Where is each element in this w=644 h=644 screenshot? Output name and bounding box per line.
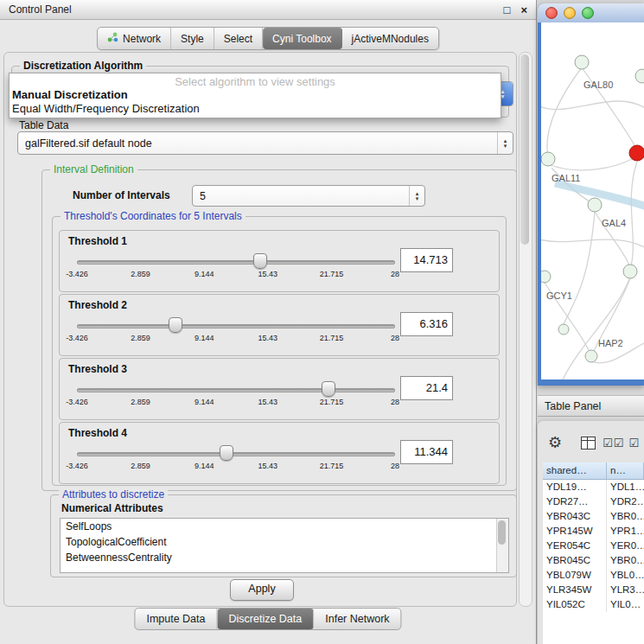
dropdown-item-equal-width-frequency[interactable]: Equal Width/Frequency Discretization bbox=[10, 102, 501, 116]
node-gal80[interactable] bbox=[575, 55, 589, 69]
cell[interactable]: YBR043C bbox=[543, 509, 607, 524]
number-of-intervals-combobox[interactable]: 5 ▴ ▾ bbox=[192, 185, 425, 207]
column-header-name[interactable]: n… bbox=[607, 462, 644, 479]
tab-style[interactable]: Style bbox=[171, 28, 214, 49]
table-row[interactable]: YDR27…YDR2… bbox=[543, 494, 644, 509]
node-selected-red[interactable] bbox=[629, 145, 644, 161]
scrollbar-thumb[interactable] bbox=[520, 54, 529, 245]
float-window-icon[interactable]: □ bbox=[504, 4, 511, 16]
slider-track[interactable] bbox=[77, 324, 395, 328]
node-gal11[interactable] bbox=[541, 152, 555, 166]
cell[interactable]: YBL0… bbox=[607, 568, 644, 583]
apply-button[interactable]: Apply bbox=[230, 579, 294, 601]
tab-jactivemodules[interactable]: jActiveMNodules bbox=[342, 28, 438, 49]
cell[interactable]: YDL19… bbox=[543, 480, 607, 494]
slider-track[interactable] bbox=[77, 452, 395, 456]
scale-tick: 28 bbox=[391, 334, 399, 342]
cell[interactable]: YER054C bbox=[543, 539, 607, 553]
threshold-1-value-field[interactable]: 14.713 bbox=[400, 248, 453, 272]
table-row[interactable]: YBL079WYBL0… bbox=[543, 568, 644, 583]
threshold-4-value-field[interactable]: 11.344 bbox=[400, 440, 453, 464]
slider-scale: -3.426 2.859 9.144 15.43 21.715 28 bbox=[77, 334, 395, 344]
numerical-attributes-list[interactable]: SelfLoops TopologicalCoefficient Between… bbox=[60, 518, 509, 573]
cell[interactable]: YLR345W bbox=[543, 583, 607, 597]
node-gal4[interactable] bbox=[588, 198, 602, 212]
column-header-shared-name[interactable]: shared… bbox=[543, 462, 607, 479]
cell[interactable]: YIL052C bbox=[543, 597, 607, 612]
scrollbar-thumb[interactable] bbox=[498, 520, 506, 545]
scale-tick: 21.715 bbox=[320, 334, 344, 342]
cell[interactable]: YER0… bbox=[607, 539, 644, 553]
threshold-2-slider[interactable]: -3.426 2.859 9.144 15.43 21.715 28 bbox=[77, 295, 395, 355]
network-view-window[interactable]: GAL80 GAL11 GAL4 GCY1 HAP2 bbox=[538, 3, 644, 386]
cell[interactable]: YBR045C bbox=[543, 553, 607, 568]
threshold-4-slider[interactable]: -3.426 2.859 9.144 15.43 21.715 28 bbox=[77, 423, 395, 483]
cell[interactable]: YPR145W bbox=[543, 524, 607, 539]
cell[interactable]: YPR1… bbox=[607, 524, 644, 539]
table-row[interactable]: YLR345WYLR3… bbox=[543, 583, 644, 597]
scale-tick: -3.426 bbox=[66, 462, 88, 470]
gear-icon[interactable]: ⚙ bbox=[548, 435, 562, 450]
node-gcy1[interactable] bbox=[541, 271, 551, 283]
scale-tick: 15.43 bbox=[258, 462, 278, 470]
table-data-combobox[interactable]: galFiltered.sif default node ▴ ▾ bbox=[17, 131, 513, 155]
slider-thumb[interactable] bbox=[169, 317, 182, 333]
columns-icon[interactable] bbox=[581, 437, 596, 450]
threshold-2-value-field[interactable]: 6.316 bbox=[400, 312, 453, 336]
algorithm-dropdown-popup: Select algorithm to view settings Manual… bbox=[9, 73, 501, 118]
tab-discretize-data[interactable]: Discretize Data bbox=[218, 609, 315, 629]
list-item[interactable]: TopologicalCoefficient bbox=[61, 534, 508, 550]
table-row[interactable]: YER054CYER0… bbox=[543, 539, 644, 553]
cell[interactable]: YLR3… bbox=[607, 583, 644, 597]
tab-infer-network[interactable]: Infer Network bbox=[314, 609, 400, 629]
cell[interactable]: YDR2… bbox=[607, 494, 644, 509]
panel-scrollbar[interactable] bbox=[519, 52, 532, 607]
cell[interactable]: YDR27… bbox=[543, 494, 607, 509]
slider-thumb[interactable] bbox=[253, 253, 267, 269]
close-icon[interactable]: × bbox=[520, 4, 527, 16]
tab-network[interactable]: Network bbox=[98, 28, 171, 49]
select-checkbox-icon[interactable]: ☑ bbox=[614, 437, 624, 449]
select-all-checkbox-icon[interactable]: ☑ bbox=[603, 437, 613, 449]
cell[interactable]: YBR0… bbox=[607, 553, 644, 568]
table-row[interactable]: YDL19…YDL1… bbox=[543, 480, 644, 494]
dropdown-item-manual-discretization[interactable]: Manual Discretization bbox=[10, 88, 501, 102]
zoom-traffic-light-icon[interactable] bbox=[582, 7, 594, 19]
network-canvas[interactable]: GAL80 GAL11 GAL4 GCY1 HAP2 bbox=[541, 22, 644, 379]
control-panel-window: Control Panel □ × Network Style Select C… bbox=[0, 0, 537, 644]
close-traffic-light-icon[interactable] bbox=[545, 7, 558, 19]
slider-thumb[interactable] bbox=[322, 381, 335, 397]
minimize-traffic-light-icon[interactable] bbox=[564, 7, 576, 19]
table-row[interactable]: YBR043CYBR0… bbox=[543, 509, 644, 524]
threshold-3-value-field[interactable]: 21.4 bbox=[400, 376, 453, 400]
cell[interactable]: YBL079W bbox=[543, 568, 607, 583]
table-row[interactable]: YIL052CYIL0… bbox=[543, 597, 644, 612]
dropdown-prompt: Select algorithm to view settings bbox=[10, 73, 501, 88]
slider-track[interactable] bbox=[77, 260, 395, 265]
node-small[interactable] bbox=[558, 324, 569, 335]
combo-stepper-icon[interactable]: ▴ ▾ bbox=[409, 186, 424, 206]
tab-select[interactable]: Select bbox=[214, 28, 263, 49]
list-item[interactable]: SelfLoops bbox=[61, 519, 508, 534]
list-scrollbar[interactable] bbox=[496, 519, 508, 572]
node-hap2[interactable] bbox=[585, 350, 597, 362]
threshold-3-slider[interactable]: -3.426 2.859 9.144 15.43 21.715 28 bbox=[77, 359, 395, 419]
network-window-titlebar bbox=[538, 3, 644, 22]
table-row[interactable]: YBR045CYBR0… bbox=[543, 553, 644, 568]
tab-impute-data[interactable]: Impute Data bbox=[135, 609, 217, 629]
list-item[interactable]: BetweennessCentrality bbox=[61, 550, 508, 565]
table-row[interactable]: YPR145WYPR1… bbox=[543, 524, 644, 539]
bottom-tabbar: Impute Data Discretize Data Infer Networ… bbox=[134, 608, 401, 630]
cell[interactable]: YBR0… bbox=[607, 509, 644, 524]
tab-cyni-toolbox[interactable]: Cyni Toolbox bbox=[263, 28, 341, 49]
combo-stepper-icon[interactable]: ▴ ▾ bbox=[497, 132, 513, 154]
slider-thumb[interactable] bbox=[220, 445, 233, 461]
threshold-1-slider[interactable]: -3.426 2.859 9.144 15.43 21.715 28 bbox=[77, 231, 395, 291]
slider-track[interactable] bbox=[77, 388, 395, 392]
node-mid-right[interactable] bbox=[623, 265, 637, 278]
clipped-checkbox-icon[interactable]: ☑ bbox=[628, 437, 639, 449]
cell[interactable]: YDL1… bbox=[607, 480, 644, 494]
cell[interactable]: YIL0… bbox=[607, 597, 644, 612]
node-cut-right[interactable] bbox=[635, 69, 644, 83]
scale-tick: 15.43 bbox=[258, 398, 278, 406]
